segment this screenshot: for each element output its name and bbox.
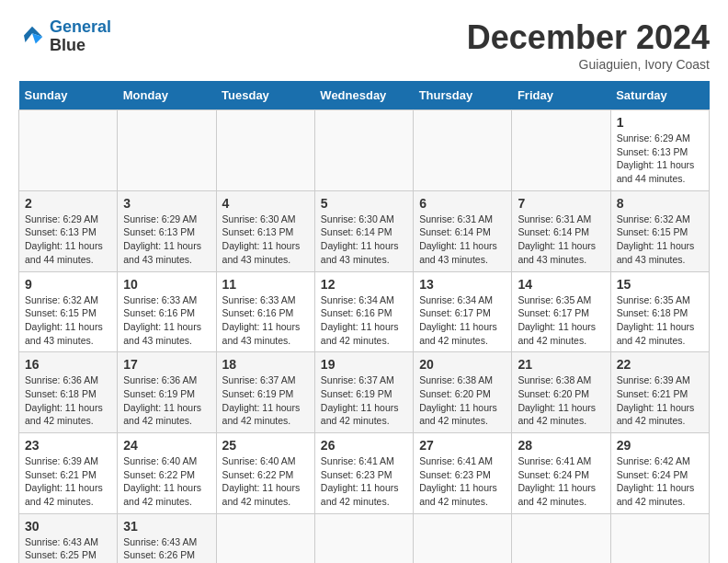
day-info: Sunrise: 6:39 AM Sunset: 6:21 PM Dayligh… — [25, 454, 111, 509]
day-number: 3 — [123, 196, 210, 211]
calendar-cell: 14 Sunrise: 6:35 AM Sunset: 6:17 PM Dayl… — [512, 271, 610, 352]
day-info: Sunrise: 6:40 AM Sunset: 6:22 PM Dayligh… — [222, 454, 309, 509]
calendar-cell — [414, 110, 512, 191]
calendar-cell — [216, 110, 314, 191]
weekday-header-friday: Friday — [512, 81, 610, 110]
calendar-cell: 2 Sunrise: 6:29 AM Sunset: 6:13 PM Dayli… — [19, 190, 118, 271]
day-info: Sunrise: 6:38 AM Sunset: 6:20 PM Dayligh… — [518, 373, 604, 428]
day-number: 2 — [25, 196, 111, 211]
day-info: Sunrise: 6:31 AM Sunset: 6:14 PM Dayligh… — [518, 213, 604, 267]
calendar-cell — [118, 110, 216, 191]
day-info: Sunrise: 6:29 AM Sunset: 6:13 PM Dayligh… — [123, 213, 210, 267]
calendar-cell: 3 Sunrise: 6:29 AM Sunset: 6:13 PM Dayli… — [118, 190, 216, 271]
day-info: Sunrise: 6:39 AM Sunset: 6:21 PM Dayligh… — [617, 373, 703, 428]
calendar-cell — [512, 513, 610, 563]
day-info: Sunrise: 6:31 AM Sunset: 6:14 PM Dayligh… — [419, 213, 506, 267]
day-info: Sunrise: 6:43 AM Sunset: 6:25 PM Dayligh… — [25, 535, 111, 563]
calendar-cell: 23 Sunrise: 6:39 AM Sunset: 6:21 PM Dayl… — [19, 433, 118, 514]
day-info: Sunrise: 6:36 AM Sunset: 6:19 PM Dayligh… — [123, 373, 210, 428]
day-number: 11 — [222, 277, 309, 292]
day-info: Sunrise: 6:41 AM Sunset: 6:24 PM Dayligh… — [518, 454, 604, 509]
calendar-cell: 4 Sunrise: 6:30 AM Sunset: 6:13 PM Dayli… — [216, 190, 314, 271]
calendar-cell: 18 Sunrise: 6:37 AM Sunset: 6:19 PM Dayl… — [216, 352, 314, 433]
calendar-header-row: SundayMondayTuesdayWednesdayThursdayFrid… — [19, 81, 710, 110]
calendar-cell: 22 Sunrise: 6:39 AM Sunset: 6:21 PM Dayl… — [610, 352, 709, 433]
day-number: 8 — [617, 196, 703, 211]
day-number: 9 — [25, 277, 111, 292]
calendar-cell: 29 Sunrise: 6:42 AM Sunset: 6:24 PM Dayl… — [610, 433, 709, 514]
calendar-cell — [19, 110, 118, 191]
day-number: 6 — [419, 196, 506, 211]
weekday-header-thursday: Thursday — [414, 81, 512, 110]
day-number: 16 — [25, 357, 111, 372]
calendar-cell: 21 Sunrise: 6:38 AM Sunset: 6:20 PM Dayl… — [512, 352, 610, 433]
calendar-cell: 24 Sunrise: 6:40 AM Sunset: 6:22 PM Dayl… — [118, 433, 216, 514]
day-number: 1 — [617, 115, 703, 130]
calendar-cell — [414, 513, 512, 563]
logo: General Blue — [18, 18, 111, 55]
calendar-cell: 17 Sunrise: 6:36 AM Sunset: 6:19 PM Dayl… — [118, 352, 216, 433]
calendar-cell — [216, 513, 314, 563]
day-number: 15 — [617, 277, 703, 292]
calendar-cell: 1 Sunrise: 6:29 AM Sunset: 6:13 PM Dayli… — [610, 110, 709, 191]
calendar-cell — [314, 513, 413, 563]
calendar-table: SundayMondayTuesdayWednesdayThursdayFrid… — [18, 81, 710, 563]
calendar-cell: 12 Sunrise: 6:34 AM Sunset: 6:16 PM Dayl… — [314, 271, 413, 352]
calendar-week-5: 23 Sunrise: 6:39 AM Sunset: 6:21 PM Dayl… — [19, 433, 710, 514]
calendar-cell — [512, 110, 610, 191]
calendar-week-4: 16 Sunrise: 6:36 AM Sunset: 6:18 PM Dayl… — [19, 352, 710, 433]
month-title: December 2024 — [467, 18, 710, 57]
day-number: 4 — [222, 196, 309, 211]
day-info: Sunrise: 6:32 AM Sunset: 6:15 PM Dayligh… — [25, 293, 111, 348]
day-number: 27 — [419, 438, 506, 453]
day-info: Sunrise: 6:42 AM Sunset: 6:24 PM Dayligh… — [617, 454, 703, 509]
day-number: 20 — [419, 357, 506, 372]
day-info: Sunrise: 6:41 AM Sunset: 6:23 PM Dayligh… — [419, 454, 506, 509]
weekday-header-wednesday: Wednesday — [314, 81, 413, 110]
calendar-cell: 20 Sunrise: 6:38 AM Sunset: 6:20 PM Dayl… — [414, 352, 512, 433]
day-info: Sunrise: 6:35 AM Sunset: 6:17 PM Dayligh… — [518, 293, 604, 348]
logo-text: General Blue — [50, 18, 111, 55]
day-number: 30 — [25, 519, 111, 534]
calendar-cell: 13 Sunrise: 6:34 AM Sunset: 6:17 PM Dayl… — [414, 271, 512, 352]
day-info: Sunrise: 6:35 AM Sunset: 6:18 PM Dayligh… — [617, 293, 703, 348]
day-info: Sunrise: 6:30 AM Sunset: 6:13 PM Dayligh… — [222, 213, 309, 267]
calendar-cell: 9 Sunrise: 6:32 AM Sunset: 6:15 PM Dayli… — [19, 271, 118, 352]
day-info: Sunrise: 6:33 AM Sunset: 6:16 PM Dayligh… — [123, 293, 210, 348]
weekday-header-monday: Monday — [118, 81, 216, 110]
weekday-header-sunday: Sunday — [19, 81, 118, 110]
day-info: Sunrise: 6:40 AM Sunset: 6:22 PM Dayligh… — [123, 454, 210, 509]
day-info: Sunrise: 6:37 AM Sunset: 6:19 PM Dayligh… — [321, 373, 407, 428]
day-number: 10 — [123, 277, 210, 292]
day-number: 14 — [518, 277, 604, 292]
day-number: 19 — [321, 357, 407, 372]
day-number: 17 — [123, 357, 210, 372]
calendar-week-1: 1 Sunrise: 6:29 AM Sunset: 6:13 PM Dayli… — [19, 110, 710, 191]
calendar-cell: 7 Sunrise: 6:31 AM Sunset: 6:14 PM Dayli… — [512, 190, 610, 271]
page-header: General Blue December 2024 Guiaguien, Iv… — [18, 18, 710, 72]
calendar-week-6: 30 Sunrise: 6:43 AM Sunset: 6:25 PM Dayl… — [19, 513, 710, 563]
day-info: Sunrise: 6:38 AM Sunset: 6:20 PM Dayligh… — [419, 373, 506, 428]
calendar-cell: 26 Sunrise: 6:41 AM Sunset: 6:23 PM Dayl… — [314, 433, 413, 514]
calendar-cell — [314, 110, 413, 191]
day-info: Sunrise: 6:33 AM Sunset: 6:16 PM Dayligh… — [222, 293, 309, 348]
calendar-cell: 30 Sunrise: 6:43 AM Sunset: 6:25 PM Dayl… — [19, 513, 118, 563]
calendar-cell: 27 Sunrise: 6:41 AM Sunset: 6:23 PM Dayl… — [414, 433, 512, 514]
day-info: Sunrise: 6:43 AM Sunset: 6:26 PM Dayligh… — [123, 535, 210, 563]
day-number: 18 — [222, 357, 309, 372]
day-number: 29 — [617, 438, 703, 453]
calendar-cell: 10 Sunrise: 6:33 AM Sunset: 6:16 PM Dayl… — [118, 271, 216, 352]
day-info: Sunrise: 6:34 AM Sunset: 6:17 PM Dayligh… — [419, 293, 506, 348]
day-info: Sunrise: 6:30 AM Sunset: 6:14 PM Dayligh… — [321, 213, 407, 267]
calendar-cell: 6 Sunrise: 6:31 AM Sunset: 6:14 PM Dayli… — [414, 190, 512, 271]
calendar-cell: 15 Sunrise: 6:35 AM Sunset: 6:18 PM Dayl… — [610, 271, 709, 352]
day-number: 7 — [518, 196, 604, 211]
calendar-body: 1 Sunrise: 6:29 AM Sunset: 6:13 PM Dayli… — [19, 110, 710, 564]
calendar-cell: 31 Sunrise: 6:43 AM Sunset: 6:26 PM Dayl… — [118, 513, 216, 563]
day-info: Sunrise: 6:29 AM Sunset: 6:13 PM Dayligh… — [25, 213, 111, 267]
day-number: 22 — [617, 357, 703, 372]
location: Guiaguien, Ivory Coast — [467, 57, 710, 72]
day-number: 21 — [518, 357, 604, 372]
calendar-week-3: 9 Sunrise: 6:32 AM Sunset: 6:15 PM Dayli… — [19, 271, 710, 352]
day-number: 13 — [419, 277, 506, 292]
